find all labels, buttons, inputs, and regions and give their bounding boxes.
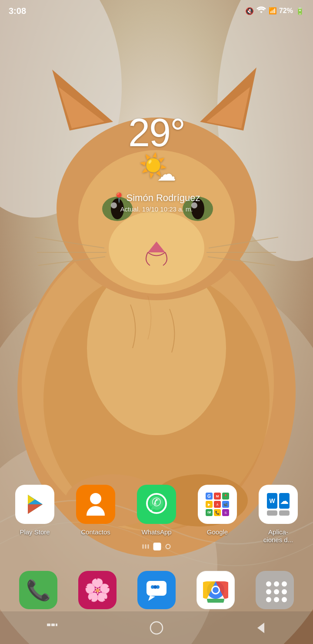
svg-marker-38: [148, 596, 155, 601]
nav-home-button[interactable]: [143, 619, 170, 637]
location-pin-icon: 📍: [113, 192, 125, 204]
weather-location: 📍 Simón Rodríguez: [113, 192, 200, 204]
google-label: Google: [207, 528, 228, 536]
microsoft-label: Aplica-ciones d...: [263, 528, 293, 544]
battery-icon: 🔋: [296, 7, 304, 15]
whatsapp-icon: ✆: [137, 485, 176, 524]
svg-rect-48: [56, 624, 57, 626]
contacts-icon: [76, 485, 115, 524]
temperature-display: 29°: [113, 113, 200, 152]
nav-recents-button[interactable]: [39, 619, 65, 637]
weather-updated: Actual. 19/10 10:23 a. m.: [113, 205, 200, 213]
dock-messages[interactable]: [135, 571, 178, 609]
whatsapp-label: WhatsApp: [141, 528, 171, 536]
page-dot-right: [166, 544, 171, 549]
home-indicator: [153, 543, 161, 550]
app-contactos[interactable]: Contactos: [72, 485, 120, 536]
signal-icon: 📶: [269, 7, 276, 15]
microsoft-apps-icon: W ☁: [259, 485, 298, 524]
weather-condition-icon: ☀️ ☁: [113, 157, 200, 188]
svg-point-45: [213, 587, 219, 593]
phone-dock-icon: 📞: [19, 571, 57, 609]
mute-icon: 🔇: [245, 7, 254, 15]
svg-rect-46: [47, 624, 50, 626]
status-icons: 🔇 📶 72% 🔋: [245, 7, 304, 15]
app-grid: Play Store Contactos ✆ WhatsApp G: [0, 485, 313, 544]
battery-text: 72%: [279, 7, 293, 15]
svg-text:✆: ✆: [152, 496, 161, 509]
dock-phone[interactable]: 📞: [17, 571, 60, 609]
svg-marker-50: [257, 623, 264, 633]
svg-rect-47: [51, 624, 55, 626]
svg-rect-37: [147, 581, 166, 596]
time-display: 3:08: [9, 6, 26, 16]
play-store-label: Play Store: [20, 528, 50, 536]
app-play-store[interactable]: Play Store: [11, 485, 59, 536]
messages-dock-icon: [137, 571, 176, 609]
svg-marker-33: [28, 504, 43, 514]
petal-dock-icon: 🌸: [78, 571, 117, 609]
app-microsoft[interactable]: W ☁ Aplica-ciones d...: [254, 485, 302, 544]
dock-chrome[interactable]: [194, 571, 237, 609]
app-drawer-dock-icon: [256, 571, 294, 609]
app-google[interactable]: G M 📍 ▶ A 📹 🗺 📞 S Google: [193, 485, 241, 536]
chrome-dock-icon: [196, 571, 235, 609]
status-bar: 3:08 🔇 📶 72% 🔋: [0, 0, 313, 22]
nav-back-button[interactable]: [248, 619, 274, 637]
weather-widget[interactable]: 29° ☀️ ☁ 📍 Simón Rodríguez Actual. 19/10…: [113, 113, 200, 213]
contacts-label: Contactos: [81, 528, 110, 536]
wifi-icon: [256, 7, 266, 15]
svg-rect-41: [153, 585, 157, 589]
dock-app-drawer[interactable]: [253, 571, 296, 609]
navigation-bar: [0, 611, 313, 644]
svg-rect-49: [150, 622, 163, 634]
dock-petal[interactable]: 🌸: [76, 571, 119, 609]
page-indicators: [143, 543, 171, 550]
bottom-dock: 📞 🌸: [0, 571, 313, 609]
google-icon: G M 📍 ▶ A 📹 🗺 📞 S: [198, 485, 237, 524]
play-store-icon: [15, 485, 54, 524]
cloud-icon: ☁: [157, 163, 176, 185]
app-whatsapp[interactable]: ✆ WhatsApp: [133, 485, 180, 536]
